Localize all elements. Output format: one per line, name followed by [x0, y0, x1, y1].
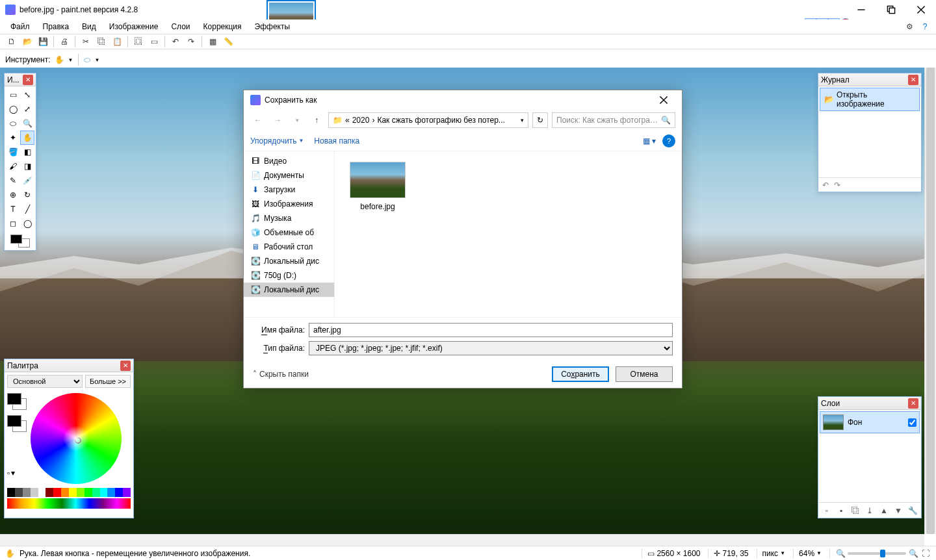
- move-selection-tool[interactable]: ⤢: [20, 102, 34, 116]
- pan-tool[interactable]: ✋: [20, 131, 34, 145]
- swatch-row[interactable]: [7, 488, 131, 497]
- file-list[interactable]: before.jpg: [335, 151, 682, 317]
- duplicate-layer-icon[interactable]: ⿻: [850, 505, 861, 516]
- properties-icon[interactable]: 🔧: [907, 505, 918, 516]
- refresh-button[interactable]: ↻: [532, 112, 548, 128]
- tree-item-images[interactable]: 🖼Изображения: [244, 197, 334, 211]
- status-units[interactable]: пикс ▼: [757, 549, 786, 558]
- color-mode-select[interactable]: Основной: [7, 375, 83, 388]
- tools-panel-header[interactable]: И... ✕: [5, 73, 36, 86]
- text-tool[interactable]: T: [6, 202, 20, 216]
- palette-panel-close[interactable]: ✕: [120, 361, 131, 371]
- view-mode-icon[interactable]: ▦ ▾: [643, 136, 656, 146]
- brush-tool[interactable]: 🖌: [6, 159, 20, 173]
- zoom-slider-thumb[interactable]: [880, 550, 885, 557]
- settings-icon[interactable]: ⚙: [904, 21, 915, 32]
- history-panel-header[interactable]: Журнал ✕: [818, 73, 921, 86]
- palette-menu-icon[interactable]: ▾: [11, 468, 15, 477]
- filetype-select[interactable]: JPEG (*.jpg; *.jpeg; *.jpe; *.jfif; *.ex…: [309, 341, 673, 355]
- eraser-tool[interactable]: ◨: [20, 159, 34, 173]
- status-zoom[interactable]: 64% ▼: [793, 549, 822, 558]
- breadcrumb-item[interactable]: 2020: [352, 116, 370, 125]
- shape-icon[interactable]: ⬭: [84, 55, 90, 64]
- ruler-icon[interactable]: 📏: [222, 35, 235, 48]
- menu-adjustments[interactable]: Коррекция: [197, 20, 248, 33]
- organize-button[interactable]: Упорядочить ▼: [250, 136, 304, 146]
- hide-folders-button[interactable]: ˄ Скрыть папки: [253, 370, 309, 379]
- menu-effects[interactable]: Эффекты: [248, 20, 297, 33]
- wand-tool[interactable]: ✦: [6, 131, 20, 145]
- tree-item-localdisk[interactable]: 💽Локальный дис: [244, 254, 334, 268]
- close-button[interactable]: [906, 0, 936, 19]
- tree-item-documents[interactable]: 📄Документы: [244, 168, 334, 183]
- dialog-help-button[interactable]: ?: [662, 134, 675, 147]
- pencil-tool[interactable]: ✎: [6, 173, 20, 188]
- fit-window-button[interactable]: ⛶: [920, 548, 931, 559]
- hand-tool-icon[interactable]: ✋: [55, 55, 64, 64]
- horizontal-scrollbar[interactable]: [0, 534, 924, 546]
- recolor-tool[interactable]: ↻: [20, 188, 34, 202]
- grid-icon[interactable]: ▦: [206, 35, 219, 48]
- zoom-tool[interactable]: 🔍: [20, 116, 34, 131]
- shapes2-tool[interactable]: ◯: [20, 216, 34, 231]
- cancel-button[interactable]: Отмена: [616, 366, 673, 382]
- color-pair-2[interactable]: [7, 415, 27, 432]
- zoom-in-button[interactable]: 🔍: [908, 548, 918, 559]
- fg-color[interactable]: [10, 235, 22, 244]
- folder-tree[interactable]: 🎞Видео 📄Документы ⬇Загрузки 🖼Изображения…: [244, 151, 335, 317]
- dialog-close-button[interactable]: [652, 92, 675, 108]
- ellipse-select-tool[interactable]: ⬭: [6, 116, 20, 131]
- breadcrumb-item[interactable]: Как сжать фотографию без потер...: [377, 116, 504, 125]
- history-item[interactable]: 📂 Открыть изображение: [820, 88, 920, 111]
- rect-select-tool[interactable]: ▭: [6, 88, 20, 102]
- copy-icon[interactable]: ⿻: [95, 35, 108, 48]
- open-icon[interactable]: 📂: [21, 35, 34, 48]
- nav-back-button[interactable]: ←: [250, 112, 266, 128]
- tools-panel-close[interactable]: ✕: [23, 75, 33, 85]
- move-up-icon[interactable]: ▲: [878, 505, 890, 516]
- undo-icon[interactable]: ↶: [169, 35, 182, 48]
- picker-tool[interactable]: 💉: [20, 173, 34, 188]
- paste-icon[interactable]: 📋: [110, 35, 124, 48]
- layer-row[interactable]: Фон: [820, 411, 920, 433]
- color-wheel[interactable]: [31, 393, 122, 484]
- nav-recent-button[interactable]: ▾: [289, 112, 305, 128]
- palette-panel-header[interactable]: Палитра ✕: [5, 359, 133, 372]
- color-pair-1[interactable]: [7, 393, 27, 410]
- nav-up-button[interactable]: ↑: [309, 112, 324, 128]
- line-tool[interactable]: ╱: [20, 202, 34, 216]
- nav-forward-button[interactable]: →: [270, 112, 285, 128]
- color-picker-ring[interactable]: [75, 437, 81, 444]
- maximize-button[interactable]: [876, 0, 906, 19]
- save-icon[interactable]: 💾: [36, 35, 49, 48]
- zoom-slider[interactable]: [848, 552, 906, 555]
- redo-icon[interactable]: ↷: [185, 35, 198, 48]
- vertical-scrollbar[interactable]: [924, 68, 936, 534]
- dropdown-arrow-icon[interactable]: ▼: [94, 57, 99, 63]
- menu-file[interactable]: Файл: [4, 20, 36, 33]
- search-field[interactable]: Поиск: Как сжать фотограф... 🔍: [552, 112, 675, 128]
- history-panel-close[interactable]: ✕: [908, 75, 918, 85]
- lasso-tool[interactable]: ◯: [6, 102, 20, 116]
- dropdown-arrow-icon[interactable]: ▼: [68, 57, 73, 63]
- redo-icon[interactable]: ↷: [834, 181, 840, 190]
- tree-item-desktop[interactable]: 🖥Рабочий стол: [244, 240, 334, 254]
- add-layer-icon[interactable]: ▫: [821, 505, 833, 516]
- tree-item-downloads[interactable]: ⬇Загрузки: [244, 183, 334, 197]
- deselect-icon[interactable]: ▭: [148, 35, 161, 48]
- add-swatch-icon[interactable]: ▫: [7, 468, 10, 477]
- menu-edit[interactable]: Правка: [36, 20, 76, 33]
- merge-down-icon[interactable]: ⤓: [864, 505, 876, 516]
- clone-tool[interactable]: ⊕: [6, 188, 20, 202]
- gradient-tool[interactable]: ◧: [20, 145, 34, 159]
- menu-image[interactable]: Изображение: [103, 20, 165, 33]
- menu-layers[interactable]: Слои: [164, 20, 196, 33]
- cut-icon[interactable]: ✂: [79, 35, 92, 48]
- undo-icon[interactable]: ↶: [822, 181, 829, 190]
- new-icon[interactable]: 🗋: [5, 35, 18, 48]
- print-icon[interactable]: 🖨: [58, 35, 71, 48]
- layers-panel-close[interactable]: ✕: [908, 398, 918, 409]
- tree-item-music[interactable]: 🎵Музыка: [244, 211, 334, 225]
- more-button[interactable]: Больше >>: [85, 375, 131, 388]
- move-tool[interactable]: ⤡: [20, 88, 34, 102]
